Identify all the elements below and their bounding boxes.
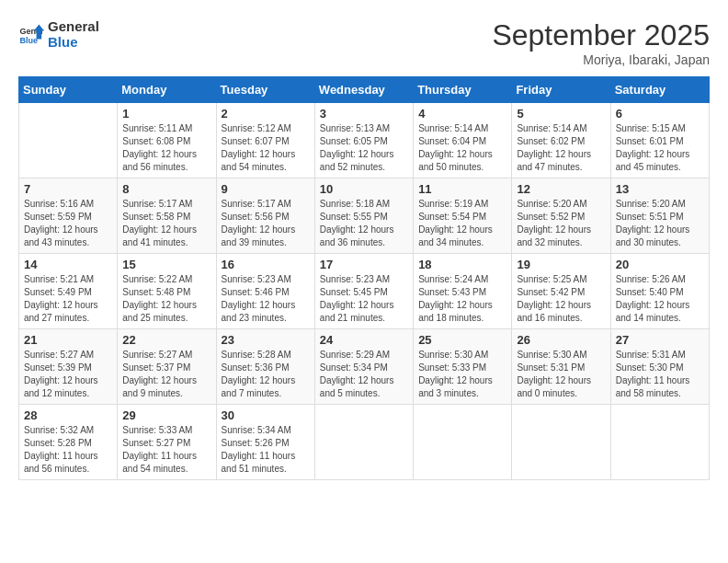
day-info: Sunrise: 5:30 AM Sunset: 5:33 PM Dayligh… — [418, 349, 506, 400]
weekday-header-monday: Monday — [118, 77, 216, 103]
calendar-cell: 10Sunrise: 5:18 AM Sunset: 5:55 PM Dayli… — [314, 178, 413, 254]
weekday-header-row: SundayMondayTuesdayWednesdayThursdayFrid… — [19, 77, 710, 103]
calendar-cell: 19Sunrise: 5:25 AM Sunset: 5:42 PM Dayli… — [512, 254, 610, 329]
day-number: 13 — [616, 182, 704, 196]
day-info: Sunrise: 5:13 AM Sunset: 6:05 PM Dayligh… — [320, 122, 408, 174]
day-info: Sunrise: 5:31 AM Sunset: 5:30 PM Dayligh… — [616, 349, 704, 400]
calendar-cell: 13Sunrise: 5:20 AM Sunset: 5:51 PM Dayli… — [610, 178, 709, 254]
calendar-cell: 25Sunrise: 5:30 AM Sunset: 5:33 PM Dayli… — [414, 329, 512, 405]
calendar-cell: 27Sunrise: 5:31 AM Sunset: 5:30 PM Dayli… — [610, 329, 709, 405]
calendar-cell: 4Sunrise: 5:14 AM Sunset: 6:04 PM Daylig… — [414, 103, 512, 178]
calendar-cell: 3Sunrise: 5:13 AM Sunset: 6:05 PM Daylig… — [314, 103, 413, 178]
day-number: 15 — [122, 258, 210, 271]
day-info: Sunrise: 5:23 AM Sunset: 5:46 PM Dayligh… — [222, 273, 310, 325]
calendar-cell: 14Sunrise: 5:21 AM Sunset: 5:49 PM Dayli… — [19, 254, 118, 329]
day-info: Sunrise: 5:24 AM Sunset: 5:43 PM Dayligh… — [418, 273, 506, 325]
calendar-cell: 6Sunrise: 5:15 AM Sunset: 6:01 PM Daylig… — [610, 103, 709, 178]
day-info: Sunrise: 5:22 AM Sunset: 5:48 PM Dayligh… — [122, 273, 210, 325]
month-title: September 2025 — [492, 18, 710, 52]
weekday-header-sunday: Sunday — [19, 77, 118, 103]
day-number: 19 — [517, 258, 605, 271]
week-row-4: 21Sunrise: 5:27 AM Sunset: 5:39 PM Dayli… — [19, 329, 710, 405]
calendar-cell — [414, 405, 512, 480]
week-row-2: 7Sunrise: 5:16 AM Sunset: 5:59 PM Daylig… — [19, 178, 710, 254]
day-number: 4 — [418, 107, 506, 121]
weekday-header-saturday: Saturday — [610, 77, 709, 103]
weekday-header-thursday: Thursday — [414, 77, 512, 103]
svg-text:Blue: Blue — [19, 36, 38, 45]
day-number: 25 — [418, 333, 506, 347]
day-number: 18 — [418, 258, 506, 271]
day-number: 3 — [320, 107, 408, 121]
day-number: 24 — [320, 333, 408, 347]
day-info: Sunrise: 5:11 AM Sunset: 6:08 PM Dayligh… — [122, 122, 210, 174]
day-info: Sunrise: 5:14 AM Sunset: 6:04 PM Dayligh… — [418, 122, 506, 174]
calendar-cell: 12Sunrise: 5:20 AM Sunset: 5:52 PM Dayli… — [512, 178, 610, 254]
day-number: 22 — [122, 333, 210, 347]
day-number: 7 — [24, 182, 112, 196]
day-info: Sunrise: 5:33 AM Sunset: 5:27 PM Dayligh… — [122, 424, 210, 476]
calendar-cell: 26Sunrise: 5:30 AM Sunset: 5:31 PM Dayli… — [512, 329, 610, 405]
calendar-cell: 21Sunrise: 5:27 AM Sunset: 5:39 PM Dayli… — [19, 329, 118, 405]
day-info: Sunrise: 5:23 AM Sunset: 5:45 PM Dayligh… — [320, 273, 408, 325]
location: Moriya, Ibaraki, Japan — [492, 52, 710, 67]
day-number: 16 — [222, 258, 310, 271]
calendar-cell: 1Sunrise: 5:11 AM Sunset: 6:08 PM Daylig… — [118, 103, 216, 178]
calendar-cell — [610, 405, 709, 480]
calendar-cell: 2Sunrise: 5:12 AM Sunset: 6:07 PM Daylig… — [216, 103, 314, 178]
calendar-cell: 22Sunrise: 5:27 AM Sunset: 5:37 PM Dayli… — [118, 329, 216, 405]
day-number: 21 — [24, 333, 112, 347]
day-info: Sunrise: 5:20 AM Sunset: 5:51 PM Dayligh… — [616, 198, 704, 249]
calendar-cell: 17Sunrise: 5:23 AM Sunset: 5:45 PM Dayli… — [314, 254, 413, 329]
day-number: 28 — [24, 408, 112, 422]
day-number: 30 — [222, 408, 310, 422]
day-info: Sunrise: 5:28 AM Sunset: 5:36 PM Dayligh… — [222, 349, 310, 400]
day-info: Sunrise: 5:29 AM Sunset: 5:34 PM Dayligh… — [320, 349, 408, 400]
day-info: Sunrise: 5:34 AM Sunset: 5:26 PM Dayligh… — [222, 424, 310, 476]
calendar-cell: 29Sunrise: 5:33 AM Sunset: 5:27 PM Dayli… — [118, 405, 216, 480]
day-number: 14 — [24, 258, 112, 271]
week-row-3: 14Sunrise: 5:21 AM Sunset: 5:49 PM Dayli… — [19, 254, 710, 329]
calendar-cell: 18Sunrise: 5:24 AM Sunset: 5:43 PM Dayli… — [414, 254, 512, 329]
day-info: Sunrise: 5:12 AM Sunset: 6:07 PM Dayligh… — [222, 122, 310, 174]
day-number: 9 — [222, 182, 310, 196]
title-block: September 2025 Moriya, Ibaraki, Japan — [492, 18, 710, 67]
calendar-cell: 28Sunrise: 5:32 AM Sunset: 5:28 PM Dayli… — [19, 405, 118, 480]
page-header: General Blue GeneralBlue September 2025 … — [18, 18, 710, 67]
calendar-cell: 9Sunrise: 5:17 AM Sunset: 5:56 PM Daylig… — [216, 178, 314, 254]
calendar-cell: 7Sunrise: 5:16 AM Sunset: 5:59 PM Daylig… — [19, 178, 118, 254]
day-number: 10 — [320, 182, 408, 196]
day-info: Sunrise: 5:30 AM Sunset: 5:31 PM Dayligh… — [517, 349, 605, 400]
weekday-header-wednesday: Wednesday — [314, 77, 413, 103]
day-info: Sunrise: 5:25 AM Sunset: 5:42 PM Dayligh… — [517, 273, 605, 325]
calendar-cell: 30Sunrise: 5:34 AM Sunset: 5:26 PM Dayli… — [216, 405, 314, 480]
calendar-cell: 20Sunrise: 5:26 AM Sunset: 5:40 PM Dayli… — [610, 254, 709, 329]
calendar-cell — [512, 405, 610, 480]
week-row-5: 28Sunrise: 5:32 AM Sunset: 5:28 PM Dayli… — [19, 405, 710, 480]
day-info: Sunrise: 5:14 AM Sunset: 6:02 PM Dayligh… — [517, 122, 605, 174]
day-info: Sunrise: 5:20 AM Sunset: 5:52 PM Dayligh… — [517, 198, 605, 249]
calendar-cell: 16Sunrise: 5:23 AM Sunset: 5:46 PM Dayli… — [216, 254, 314, 329]
day-number: 29 — [122, 408, 210, 422]
day-info: Sunrise: 5:17 AM Sunset: 5:56 PM Dayligh… — [222, 198, 310, 249]
day-info: Sunrise: 5:16 AM Sunset: 5:59 PM Dayligh… — [24, 198, 112, 249]
day-number: 23 — [222, 333, 310, 347]
day-number: 1 — [122, 107, 210, 121]
calendar-cell — [314, 405, 413, 480]
week-row-1: 1Sunrise: 5:11 AM Sunset: 6:08 PM Daylig… — [19, 103, 710, 178]
day-number: 20 — [616, 258, 704, 271]
logo-icon: General Blue — [18, 21, 44, 47]
day-info: Sunrise: 5:17 AM Sunset: 5:58 PM Dayligh… — [122, 198, 210, 249]
logo-text: GeneralBlue — [48, 18, 99, 51]
day-info: Sunrise: 5:27 AM Sunset: 5:37 PM Dayligh… — [122, 349, 210, 400]
calendar-cell: 23Sunrise: 5:28 AM Sunset: 5:36 PM Dayli… — [216, 329, 314, 405]
calendar-cell — [19, 103, 118, 178]
day-number: 5 — [517, 107, 605, 121]
day-info: Sunrise: 5:18 AM Sunset: 5:55 PM Dayligh… — [320, 198, 408, 249]
calendar-cell: 15Sunrise: 5:22 AM Sunset: 5:48 PM Dayli… — [118, 254, 216, 329]
day-number: 11 — [418, 182, 506, 196]
day-info: Sunrise: 5:27 AM Sunset: 5:39 PM Dayligh… — [24, 349, 112, 400]
calendar-table: SundayMondayTuesdayWednesdayThursdayFrid… — [18, 76, 710, 480]
day-number: 6 — [616, 107, 704, 121]
day-info: Sunrise: 5:15 AM Sunset: 6:01 PM Dayligh… — [616, 122, 704, 174]
